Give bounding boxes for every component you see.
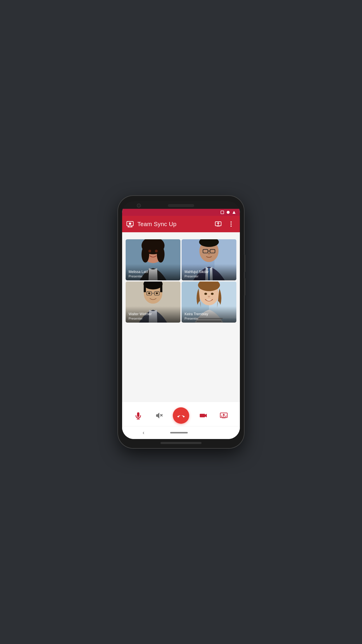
participant-label-2: Mahfujul Sikdar Presenter (182, 264, 236, 280)
svg-point-17 (141, 246, 149, 262)
svg-point-29 (208, 253, 210, 255)
speaker-muted-icon (155, 411, 163, 420)
back-button[interactable]: ‹ (143, 430, 144, 436)
phone-device: Team Sync Up (118, 196, 244, 448)
app-bar: Team Sync Up (122, 216, 240, 232)
svg-point-38 (148, 292, 150, 294)
svg-point-1 (227, 211, 230, 214)
participant-label-4: Keira Tremblay Presenter (182, 306, 236, 323)
navigation-bar: ‹ (122, 426, 240, 439)
participant-role-3: Presenter (129, 317, 177, 320)
video-grid: Melissa Latif Presenter (122, 232, 240, 326)
svg-rect-48 (137, 412, 139, 417)
svg-rect-9 (217, 226, 220, 226)
svg-point-20 (155, 250, 158, 252)
svg-point-12 (230, 223, 232, 225)
more-vert-icon (228, 221, 235, 228)
svg-rect-7 (129, 223, 131, 225)
end-call-icon (177, 411, 185, 420)
share-screen-button[interactable] (217, 409, 230, 422)
end-call-button[interactable] (173, 407, 189, 424)
participant-tile-1[interactable]: Melissa Latif Presenter (126, 239, 180, 280)
participant-role-2: Presenter (185, 274, 233, 278)
participant-name-3: Walter Widmer (129, 312, 177, 317)
participant-role-4: Presenter (185, 317, 233, 320)
speaker-button[interactable] (152, 409, 165, 422)
svg-rect-34 (160, 284, 162, 292)
app-title: Team Sync Up (137, 221, 210, 228)
wifi-icon (221, 211, 224, 214)
battery-icon (232, 211, 236, 214)
participant-tile-4[interactable]: Keira Tremblay Presenter (182, 282, 236, 323)
participant-name-2: Mahfujul Sikdar (185, 270, 233, 274)
front-camera (137, 204, 141, 208)
main-content: Melissa Latif Presenter (122, 232, 240, 439)
participant-name-4: Keira Tremblay (185, 312, 233, 317)
video-camera-icon (199, 411, 207, 420)
svg-point-46 (211, 293, 214, 295)
participant-tile-2[interactable]: Mahfujul Sikdar Presenter (182, 239, 236, 280)
participant-name-1: Melissa Latif (129, 270, 177, 274)
svg-point-19 (148, 250, 151, 252)
microphone-icon (134, 411, 142, 420)
svg-rect-55 (222, 418, 226, 418)
app-bar-actions (213, 219, 236, 229)
svg-point-11 (230, 221, 232, 223)
participant-tile-3[interactable]: Walter Widmer Presenter (126, 282, 180, 323)
home-indicator[interactable] (170, 432, 188, 433)
svg-rect-53 (200, 414, 205, 417)
call-controls (122, 402, 240, 426)
more-options-button[interactable] (226, 219, 236, 229)
share-screen-icon (220, 411, 228, 420)
screen-share-button[interactable] (213, 219, 223, 229)
participant-label-1: Melissa Latif Presenter (126, 264, 180, 280)
svg-point-47 (208, 296, 210, 297)
earpiece-speaker (168, 204, 194, 207)
screen-share-icon (215, 221, 222, 228)
svg-marker-2 (233, 211, 235, 214)
svg-rect-0 (221, 211, 224, 214)
svg-point-45 (204, 293, 207, 295)
status-bar (122, 209, 240, 216)
presentation-icon (126, 220, 134, 228)
phone-notch (122, 201, 240, 209)
signal-icon (226, 211, 230, 214)
presentation-icon-btn[interactable] (126, 220, 134, 228)
microphone-button[interactable] (132, 409, 145, 422)
app-screen: Team Sync Up (122, 209, 240, 439)
participant-label-3: Walter Widmer Presenter (126, 306, 180, 323)
svg-point-13 (230, 226, 232, 227)
participant-role-1: Presenter (129, 274, 177, 278)
svg-point-39 (156, 292, 158, 294)
phone-screen: Team Sync Up (122, 201, 240, 439)
svg-point-18 (157, 246, 165, 262)
svg-rect-33 (144, 284, 146, 292)
video-button[interactable] (197, 409, 210, 422)
phone-bottom-bar (160, 442, 202, 444)
